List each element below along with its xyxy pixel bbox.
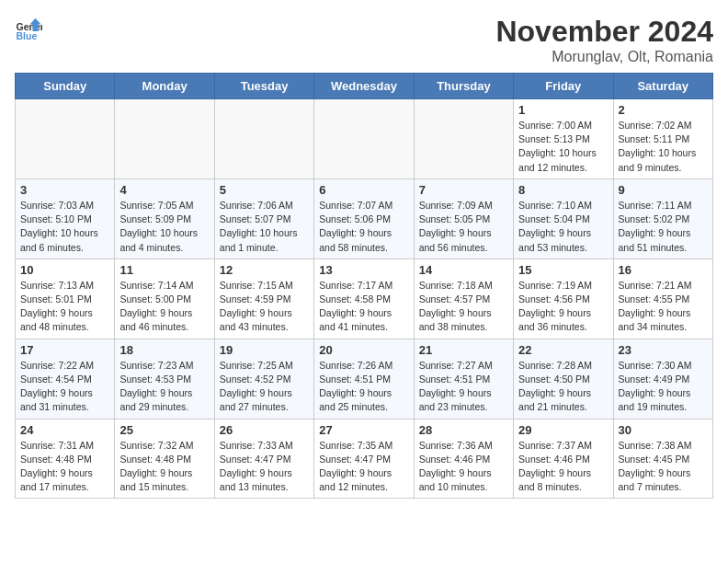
calendar-day-cell: 23Sunrise: 7:30 AM Sunset: 4:49 PM Dayli…	[613, 339, 712, 419]
day-number: 29	[518, 423, 608, 437]
calendar-week-row: 24Sunrise: 7:31 AM Sunset: 4:48 PM Dayli…	[16, 419, 713, 499]
calendar-day-cell	[214, 99, 313, 179]
day-info: Sunrise: 7:33 AM Sunset: 4:47 PM Dayligh…	[220, 439, 309, 495]
day-info: Sunrise: 7:28 AM Sunset: 4:50 PM Dayligh…	[518, 359, 608, 415]
weekday-header-row: SundayMondayTuesdayWednesdayThursdayFrid…	[16, 74, 713, 99]
day-info: Sunrise: 7:05 AM Sunset: 5:09 PM Dayligh…	[119, 199, 209, 255]
logo-icon: General Blue	[15, 15, 42, 42]
day-info: Sunrise: 7:21 AM Sunset: 4:55 PM Dayligh…	[619, 279, 708, 335]
calendar-day-cell	[115, 99, 214, 179]
calendar-day-cell: 9Sunrise: 7:11 AM Sunset: 5:02 PM Daylig…	[613, 178, 712, 259]
calendar-day-cell: 24Sunrise: 7:31 AM Sunset: 4:48 PM Dayli…	[16, 419, 115, 499]
page-header: General Blue November 2024 Morunglav, Ol…	[15, 15, 713, 65]
weekday-header: Monday	[115, 74, 214, 99]
day-info: Sunrise: 7:25 AM Sunset: 4:52 PM Dayligh…	[220, 359, 309, 415]
calendar-day-cell: 26Sunrise: 7:33 AM Sunset: 4:47 PM Dayli…	[214, 419, 313, 499]
day-info: Sunrise: 7:13 AM Sunset: 5:01 PM Dayligh…	[20, 279, 109, 335]
day-number: 26	[220, 423, 309, 437]
day-info: Sunrise: 7:09 AM Sunset: 5:05 PM Dayligh…	[419, 199, 508, 255]
day-info: Sunrise: 7:23 AM Sunset: 4:53 PM Dayligh…	[119, 359, 209, 415]
calendar-day-cell: 7Sunrise: 7:09 AM Sunset: 5:05 PM Daylig…	[414, 178, 513, 259]
calendar-day-cell: 6Sunrise: 7:07 AM Sunset: 5:06 PM Daylig…	[314, 178, 414, 259]
day-number: 12	[220, 263, 309, 277]
day-number: 9	[619, 183, 708, 197]
day-number: 4	[119, 183, 209, 197]
logo: General Blue	[15, 15, 42, 42]
calendar-day-cell: 4Sunrise: 7:05 AM Sunset: 5:09 PM Daylig…	[115, 178, 214, 259]
svg-text:Blue: Blue	[17, 30, 38, 41]
day-number: 17	[20, 343, 109, 357]
day-info: Sunrise: 7:26 AM Sunset: 4:51 PM Dayligh…	[319, 359, 408, 415]
calendar-day-cell: 10Sunrise: 7:13 AM Sunset: 5:01 PM Dayli…	[16, 259, 115, 339]
day-number: 13	[319, 263, 408, 277]
day-info: Sunrise: 7:03 AM Sunset: 5:10 PM Dayligh…	[20, 199, 109, 255]
day-number: 21	[419, 343, 508, 357]
calendar-day-cell: 3Sunrise: 7:03 AM Sunset: 5:10 PM Daylig…	[16, 178, 115, 259]
day-number: 2	[619, 103, 708, 117]
calendar-day-cell: 14Sunrise: 7:18 AM Sunset: 4:57 PM Dayli…	[414, 259, 513, 339]
day-info: Sunrise: 7:22 AM Sunset: 4:54 PM Dayligh…	[20, 359, 109, 415]
day-number: 11	[119, 263, 209, 277]
day-number: 5	[220, 183, 309, 197]
title-area: November 2024 Morunglav, Olt, Romania	[495, 15, 713, 65]
day-number: 15	[518, 263, 608, 277]
day-info: Sunrise: 7:11 AM Sunset: 5:02 PM Dayligh…	[619, 199, 708, 255]
day-info: Sunrise: 7:10 AM Sunset: 5:04 PM Dayligh…	[518, 199, 608, 255]
calendar-week-row: 1Sunrise: 7:00 AM Sunset: 5:13 PM Daylig…	[16, 99, 713, 179]
calendar-day-cell: 29Sunrise: 7:37 AM Sunset: 4:46 PM Dayli…	[514, 419, 613, 499]
calendar-day-cell: 27Sunrise: 7:35 AM Sunset: 4:47 PM Dayli…	[314, 419, 414, 499]
calendar-day-cell: 25Sunrise: 7:32 AM Sunset: 4:48 PM Dayli…	[115, 419, 214, 499]
day-number: 14	[419, 263, 508, 277]
day-info: Sunrise: 7:15 AM Sunset: 4:59 PM Dayligh…	[220, 279, 309, 335]
day-info: Sunrise: 7:02 AM Sunset: 5:11 PM Dayligh…	[619, 119, 708, 175]
calendar-day-cell: 20Sunrise: 7:26 AM Sunset: 4:51 PM Dayli…	[314, 339, 414, 419]
calendar-day-cell: 11Sunrise: 7:14 AM Sunset: 5:00 PM Dayli…	[115, 259, 214, 339]
day-info: Sunrise: 7:17 AM Sunset: 4:58 PM Dayligh…	[319, 279, 408, 335]
calendar-day-cell: 1Sunrise: 7:00 AM Sunset: 5:13 PM Daylig…	[514, 99, 613, 179]
day-number: 3	[20, 183, 109, 197]
calendar-day-cell	[16, 99, 115, 179]
calendar-table: SundayMondayTuesdayWednesdayThursdayFrid…	[15, 73, 713, 499]
calendar-day-cell: 5Sunrise: 7:06 AM Sunset: 5:07 PM Daylig…	[214, 178, 313, 259]
day-info: Sunrise: 7:00 AM Sunset: 5:13 PM Dayligh…	[518, 119, 608, 175]
day-info: Sunrise: 7:07 AM Sunset: 5:06 PM Dayligh…	[319, 199, 408, 255]
weekday-header: Friday	[514, 74, 613, 99]
calendar-day-cell: 15Sunrise: 7:19 AM Sunset: 4:56 PM Dayli…	[514, 259, 613, 339]
calendar-day-cell: 16Sunrise: 7:21 AM Sunset: 4:55 PM Dayli…	[613, 259, 712, 339]
calendar-week-row: 10Sunrise: 7:13 AM Sunset: 5:01 PM Dayli…	[16, 259, 713, 339]
day-number: 25	[119, 423, 209, 437]
weekday-header: Thursday	[414, 74, 513, 99]
day-number: 24	[20, 423, 109, 437]
day-info: Sunrise: 7:30 AM Sunset: 4:49 PM Dayligh…	[619, 359, 708, 415]
day-number: 16	[619, 263, 708, 277]
day-info: Sunrise: 7:35 AM Sunset: 4:47 PM Dayligh…	[319, 439, 408, 495]
calendar-week-row: 3Sunrise: 7:03 AM Sunset: 5:10 PM Daylig…	[16, 178, 713, 259]
calendar-day-cell: 30Sunrise: 7:38 AM Sunset: 4:45 PM Dayli…	[613, 419, 712, 499]
weekday-header: Sunday	[16, 74, 115, 99]
day-info: Sunrise: 7:32 AM Sunset: 4:48 PM Dayligh…	[119, 439, 209, 495]
calendar-day-cell: 2Sunrise: 7:02 AM Sunset: 5:11 PM Daylig…	[613, 99, 712, 179]
day-number: 7	[419, 183, 508, 197]
day-number: 22	[518, 343, 608, 357]
day-info: Sunrise: 7:18 AM Sunset: 4:57 PM Dayligh…	[419, 279, 508, 335]
day-number: 20	[319, 343, 408, 357]
calendar-day-cell: 17Sunrise: 7:22 AM Sunset: 4:54 PM Dayli…	[16, 339, 115, 419]
weekday-header: Tuesday	[214, 74, 313, 99]
day-info: Sunrise: 7:31 AM Sunset: 4:48 PM Dayligh…	[20, 439, 109, 495]
calendar-day-cell: 19Sunrise: 7:25 AM Sunset: 4:52 PM Dayli…	[214, 339, 313, 419]
day-info: Sunrise: 7:36 AM Sunset: 4:46 PM Dayligh…	[419, 439, 508, 495]
day-number: 10	[20, 263, 109, 277]
weekday-header: Wednesday	[314, 74, 414, 99]
calendar-day-cell: 12Sunrise: 7:15 AM Sunset: 4:59 PM Dayli…	[214, 259, 313, 339]
day-info: Sunrise: 7:14 AM Sunset: 5:00 PM Dayligh…	[119, 279, 209, 335]
day-info: Sunrise: 7:06 AM Sunset: 5:07 PM Dayligh…	[220, 199, 309, 255]
day-number: 6	[319, 183, 408, 197]
calendar-day-cell: 22Sunrise: 7:28 AM Sunset: 4:50 PM Dayli…	[514, 339, 613, 419]
day-info: Sunrise: 7:27 AM Sunset: 4:51 PM Dayligh…	[419, 359, 508, 415]
calendar-day-cell: 18Sunrise: 7:23 AM Sunset: 4:53 PM Dayli…	[115, 339, 214, 419]
calendar-day-cell: 13Sunrise: 7:17 AM Sunset: 4:58 PM Dayli…	[314, 259, 414, 339]
day-number: 30	[619, 423, 708, 437]
calendar-day-cell	[314, 99, 414, 179]
location-subtitle: Morunglav, Olt, Romania	[495, 49, 713, 65]
day-number: 23	[619, 343, 708, 357]
